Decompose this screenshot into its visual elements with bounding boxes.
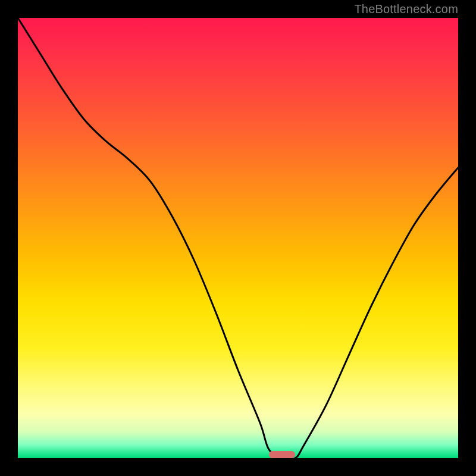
chart-svg: [18, 18, 458, 458]
watermark-text: TheBottleneck.com: [354, 2, 458, 16]
chart-plot-area: [18, 18, 458, 458]
chart-frame: TheBottleneck.com: [0, 0, 476, 476]
optimal-range-marker: [269, 451, 295, 458]
bottleneck-curve: [18, 18, 458, 458]
